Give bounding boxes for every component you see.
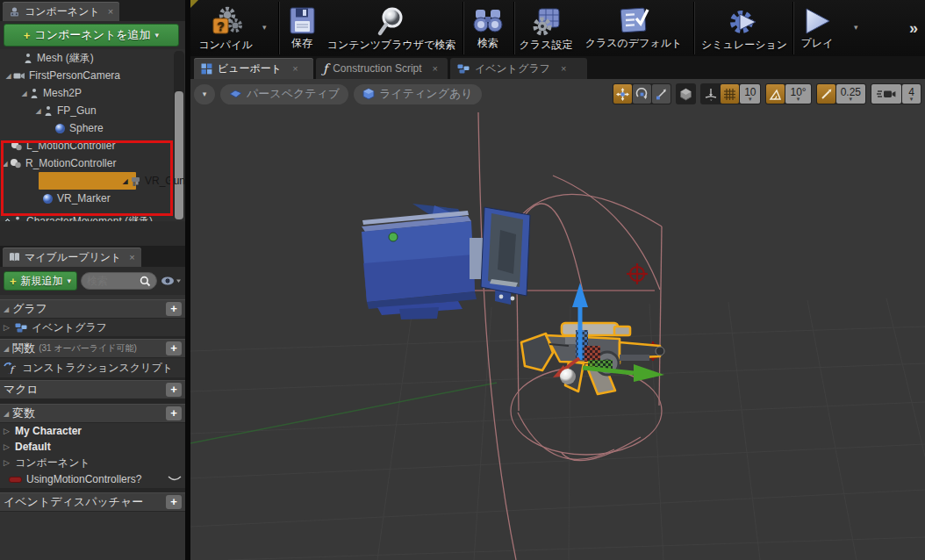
transform-tool-group	[613, 83, 671, 104]
search-box[interactable]	[81, 272, 157, 290]
tree-item-label: FirstPersonCamera	[29, 69, 120, 82]
camera-mesh[interactable]	[362, 204, 530, 319]
class-settings-button[interactable]: クラス設定	[520, 4, 571, 53]
find-in-content-browser-button[interactable]: コンテンツブラウザで検索	[326, 4, 457, 53]
row-construction-script[interactable]: ƒ コンストラクションスクリプト	[0, 358, 185, 377]
expander-icon: ◢	[4, 345, 9, 353]
camera-icon	[13, 70, 25, 81]
row-components-category[interactable]: ▷ コンポーネント	[0, 455, 185, 470]
tree-item-r-motioncontroller[interactable]: ◢ R_MotionController	[0, 154, 185, 172]
add-new-button[interactable]: + 新規追加 ▾	[4, 271, 77, 291]
expander-icon[interactable]: ▷	[4, 323, 11, 332]
expander-icon[interactable]: ◢	[120, 177, 130, 185]
tree-item-vr-gun-selected[interactable]: ◢ VR_Gun	[0, 172, 185, 190]
tab-event-graph-close-icon[interactable]: ×	[561, 63, 566, 74]
tab-components[interactable]: コンポーネント ×	[3, 2, 119, 21]
rotate-tool-button[interactable]	[633, 84, 651, 104]
add-macro-button[interactable]: +	[166, 383, 182, 397]
save-button[interactable]: 保存	[282, 4, 322, 53]
tab-event-graph[interactable]: イベントグラフ ×	[450, 58, 587, 79]
chevron-down-icon: ▾	[155, 31, 160, 39]
tree-item-firstpersoncamera[interactable]: ◢ FirstPersonCamera	[0, 67, 185, 84]
camera-speed-button[interactable]	[871, 84, 901, 104]
simulation-label: シミュレーション	[701, 38, 787, 53]
tree-item-vr-marker[interactable]: VR_Marker	[0, 190, 185, 207]
search-input[interactable]	[87, 275, 127, 287]
section-event-dispatchers[interactable]: イベントディスパッチャー +	[0, 492, 185, 512]
expander-icon[interactable]: ▷	[4, 442, 11, 451]
add-variable-button[interactable]: +	[166, 406, 182, 420]
eye-closed-icon[interactable]	[168, 476, 182, 483]
visibility-filter-button[interactable]	[161, 275, 182, 287]
search-button[interactable]: 検索	[470, 4, 506, 53]
scale-snap-value-button[interactable]: 0.25 ▾	[836, 84, 865, 104]
grid-snap-toggle-button[interactable]	[721, 84, 739, 104]
tab-components-close-icon[interactable]: ×	[108, 6, 113, 17]
camera-speed-value-button[interactable]: 4 ▾	[902, 84, 921, 104]
caret-down-icon: ▾	[910, 97, 914, 101]
lit-mode-button[interactable]: ライティングあり	[354, 84, 481, 104]
tree-item-sphere[interactable]: Sphere	[0, 119, 185, 137]
tab-viewport[interactable]: ビューポート ×	[194, 58, 313, 79]
world-local-toggle-button[interactable]	[677, 84, 695, 104]
scale-tool-button[interactable]	[652, 84, 670, 104]
add-graph-button[interactable]: +	[166, 302, 182, 316]
perspective-button[interactable]: パースペクティブ	[220, 84, 348, 104]
tab-construction-script-close-icon[interactable]: ×	[433, 63, 438, 74]
caret-down-icon: ▾	[203, 90, 207, 98]
tree-item-l-motioncontroller[interactable]: L_MotionController	[0, 137, 185, 154]
row-event-graph[interactable]: ▷ イベントグラフ	[0, 319, 185, 336]
tab-viewport-close-icon[interactable]: ×	[292, 63, 298, 74]
tree-item-mesh[interactable]: Mesh (継承)	[0, 49, 185, 67]
move-tool-button[interactable]	[613, 84, 632, 104]
section-macros[interactable]: マクロ +	[0, 380, 185, 399]
diamond-icon	[4, 218, 11, 222]
toolbar-overflow-icon[interactable]: »	[909, 19, 918, 38]
add-event-dispatcher-button[interactable]: +	[166, 495, 182, 509]
viewport-3d[interactable]: ▾ パースペクティブ ライティングあり	[190, 79, 925, 560]
expander-icon[interactable]: ◢	[0, 160, 10, 168]
tab-my-blueprint[interactable]: マイブループリント ×	[3, 248, 141, 267]
motion-controller-icon	[10, 158, 22, 169]
scale-snap-toggle-button[interactable]	[817, 84, 835, 104]
play-button[interactable]: プレイ	[796, 4, 838, 53]
compile-button[interactable]: ? コンパイル	[197, 4, 254, 53]
compile-options-caret-icon[interactable]: ▾	[262, 23, 267, 32]
add-component-button[interactable]: + コンポーネントを追加 ▾	[4, 24, 179, 47]
tree-item-label: R_MotionController	[25, 157, 116, 169]
row-using-motion-controllers[interactable]: UsingMotionControllers?	[0, 470, 185, 488]
row-components-category-label: コンポーネント	[15, 456, 90, 470]
add-function-button[interactable]: +	[166, 341, 182, 355]
rotation-snap-value-button[interactable]: 10° ▾	[785, 84, 810, 104]
expander-icon[interactable]: ◢	[33, 107, 43, 115]
expander-icon[interactable]: ▷	[4, 458, 11, 467]
scrollbar-thumb[interactable]	[175, 91, 183, 219]
section-graphs[interactable]: ◢ グラフ +	[0, 299, 185, 319]
play-options-caret-icon[interactable]: ▾	[854, 23, 858, 32]
viewport-options-button[interactable]: ▾	[194, 84, 215, 104]
section-functions[interactable]: ◢ 関数 (31 オーバーライド可能) +	[0, 339, 185, 358]
row-default-label: Default	[15, 441, 51, 453]
row-my-character-label: My Character	[15, 425, 82, 437]
section-variables[interactable]: ◢ 変数 +	[0, 404, 185, 423]
expander-icon[interactable]: ◢	[4, 72, 13, 80]
class-defaults-button[interactable]: クラスのデフォルト	[575, 4, 692, 53]
row-my-character[interactable]: ▷ My Character	[0, 423, 185, 439]
expander-icon[interactable]: ◢	[19, 90, 29, 97]
section-macros-label: マクロ	[4, 382, 39, 398]
simulation-button[interactable]: シミュレーション	[703, 4, 785, 53]
section-functions-label: 関数	[12, 341, 35, 356]
row-construction-script-label: コンストラクションスクリプト	[22, 361, 173, 376]
tree-item-charactermovement[interactable]: CharacterMovement (継承)	[0, 212, 185, 221]
chevron-down-icon: ▾	[68, 276, 72, 285]
vr-marker-sphere[interactable]	[560, 369, 576, 384]
row-default[interactable]: ▷ Default	[0, 439, 185, 455]
tree-item-mesh2p[interactable]: ◢ Mesh2P	[0, 84, 185, 102]
tree-item-fpgun[interactable]: ◢ FP_Gun	[0, 102, 185, 119]
expander-icon[interactable]: ▷	[4, 427, 11, 435]
rotation-snap-toggle-button[interactable]	[766, 84, 785, 104]
tab-construction-script[interactable]: ƒ Construction Script ×	[316, 58, 448, 79]
surface-snap-button[interactable]	[701, 84, 720, 104]
tab-my-blueprint-close-icon[interactable]: ×	[129, 252, 134, 262]
grid-snap-value-button[interactable]: 10 ▾	[740, 84, 760, 104]
